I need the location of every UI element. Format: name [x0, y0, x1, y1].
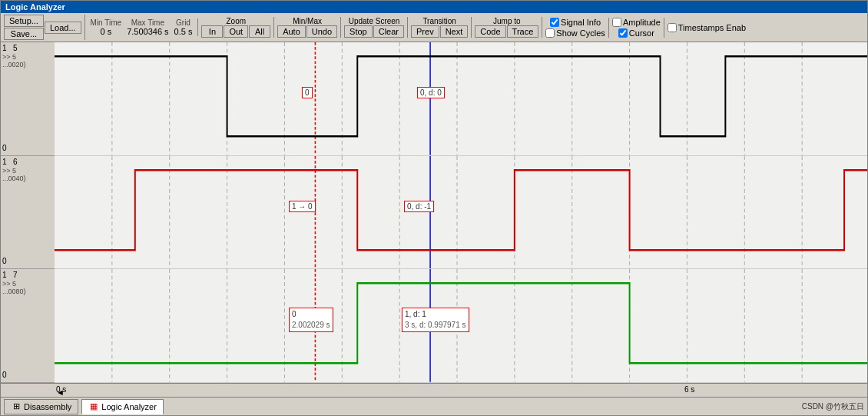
side-time-axis — [1, 383, 55, 397]
title-bar: Logic Analyzer — [1, 1, 867, 13]
zoom-group: Zoom In Out All — [201, 17, 274, 38]
file-buttons-group: Setup... Save... Load... — [4, 15, 85, 40]
annotation-signal7-blue: 1, d: 13 s, d: 0.997971 s — [402, 308, 469, 332]
amplitude-checkbox[interactable]: Amplitude — [612, 18, 661, 27]
jump-trace-button[interactable]: Trace — [507, 25, 539, 38]
annotation-signal7-cursor: 02.002029 s — [289, 308, 333, 332]
annotation-signal5-cursor: 0 — [302, 87, 313, 98]
time-group: Min Time 0 s Max Time 7.500346 s Grid 0.… — [88, 18, 199, 36]
wave-row-signal6: 1 → 0 0, d: -1 — [55, 156, 867, 270]
minmax-label: Min/Max — [293, 17, 322, 25]
show-cycles-checkbox[interactable]: Show Cycles — [545, 28, 605, 38]
options-group: Signal Info Show Cycles — [545, 18, 609, 38]
grid-value: 0.5 s — [174, 27, 193, 36]
signal-7-label: 1 7 >> 5 ...0080) 0 — [1, 269, 55, 383]
signal-6-label: 1 6 >> 5 ...0040) 0 — [1, 156, 55, 270]
cursor-checkbox[interactable]: Cursor — [618, 28, 654, 38]
logic-analyzer-window: Logic Analyzer Setup... Save... Load... … — [0, 0, 868, 416]
time-axis: 0 s 6 s ◄ — [55, 383, 867, 397]
waveform-svg-5 — [55, 42, 867, 155]
update-screen-group: Update Screen Stop Clear — [344, 17, 408, 38]
zoom-all-button[interactable]: All — [249, 25, 270, 38]
signal-5-label: 1 5 >> 5 ...0020) 0 — [1, 42, 55, 156]
logic-analyzer-tab-icon: ▦ — [88, 401, 99, 412]
zoom-label: Zoom — [227, 17, 247, 25]
minmax-auto-button[interactable]: Auto — [277, 25, 306, 38]
trans-next-button[interactable]: Next — [440, 25, 469, 38]
tab-logic-analyzer-label: Logic Analyzer — [101, 402, 157, 411]
main-area: 1 5 >> 5 ...0020) 0 1 6 >> 5 ...0040) 0 … — [1, 42, 867, 397]
scroll-left-icon[interactable]: ◄ — [56, 388, 65, 397]
waveform-svg-6 — [55, 156, 867, 269]
trans-prev-button[interactable]: Prev — [411, 25, 439, 38]
tab-logic-analyzer[interactable]: ▦ Logic Analyzer — [81, 399, 164, 414]
bottom-bar: ⊞ Disassembly ▦ Logic Analyzer CSDN @竹秋五… — [1, 397, 867, 415]
minmax-undo-button[interactable]: Undo — [306, 25, 337, 38]
min-time-label: Min Time — [91, 18, 122, 27]
transition-group: Transition Prev Next — [411, 17, 472, 38]
wave-row-signal7: 02.002029 s 1, d: 13 s, d: 0.997971 s — [55, 269, 867, 383]
zoom-out-button[interactable]: Out — [224, 25, 248, 38]
zoom-in-button[interactable]: In — [201, 25, 223, 38]
jump-label: Jump to — [493, 17, 521, 25]
transition-label: Transition — [422, 17, 456, 25]
tab-disassembly-label: Disassembly — [24, 402, 71, 411]
update-stop-button[interactable]: Stop — [344, 25, 373, 38]
annotation-signal5-blue: 0, d: 0 — [417, 87, 445, 98]
minmax-group: Min/Max Auto Undo — [277, 17, 341, 38]
waveform-display[interactable]: 0 0, d: 0 — [55, 42, 867, 397]
update-screen-label: Update Screen — [349, 17, 400, 25]
max-time-display: Max Time 7.500346 s — [127, 18, 168, 36]
timestamps-checkbox[interactable]: Timestamps Enab — [668, 23, 746, 32]
time-label-6s: 6 s — [684, 385, 694, 394]
wave-row-signal5: 0 0, d: 0 — [55, 42, 867, 156]
update-clear-button[interactable]: Clear — [373, 25, 404, 38]
max-time-value: 7.500346 s — [127, 27, 168, 36]
window-title: Logic Analyzer — [5, 2, 65, 12]
min-time-value: 0 s — [101, 27, 112, 36]
grid-display: Grid 0.5 s — [174, 18, 193, 36]
toolbar: Setup... Save... Load... Min Time 0 s Ma… — [1, 13, 867, 42]
signal-info-checkbox[interactable]: Signal Info — [550, 18, 601, 27]
timestamps-group: Timestamps Enab — [668, 23, 749, 32]
annotation-signal6-cursor: 1 → 0 — [289, 201, 316, 212]
max-time-label: Max Time — [131, 18, 164, 27]
setup-button[interactable]: Setup... — [4, 15, 44, 27]
side-labels: 1 5 >> 5 ...0020) 0 1 6 >> 5 ...0040) 0 … — [1, 42, 55, 397]
load-button[interactable]: Load... — [45, 22, 81, 34]
save-button[interactable]: Save... — [4, 28, 44, 40]
disassembly-icon: ⊞ — [11, 401, 22, 412]
credit-text: CSDN @竹秋五日 — [802, 401, 864, 412]
jump-code-button[interactable]: Code — [475, 25, 505, 38]
min-time-display: Min Time 0 s — [91, 18, 122, 36]
grid-label: Grid — [176, 18, 190, 27]
amplitude-group: Amplitude Cursor — [612, 18, 664, 38]
annotation-signal6-blue: 0, d: -1 — [404, 201, 434, 212]
jump-group: Jump to Code Trace — [475, 17, 542, 38]
tab-disassembly[interactable]: ⊞ Disassembly — [4, 399, 78, 414]
